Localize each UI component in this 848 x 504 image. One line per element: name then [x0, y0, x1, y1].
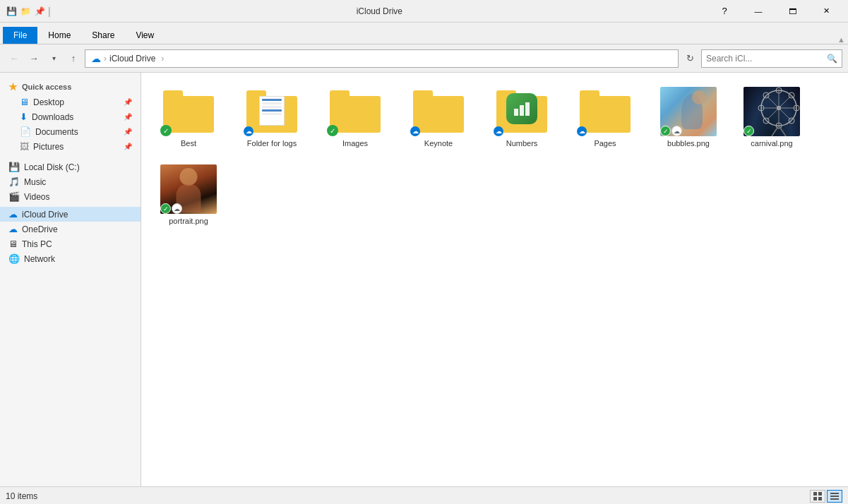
file-item-keynote[interactable]: ☁ Keynote — [400, 81, 477, 153]
file-item-best[interactable]: ✓ Best — [150, 81, 227, 153]
sidebar-item-onedrive[interactable]: ☁ OneDrive — [0, 222, 141, 236]
status-badge-keynote: ☁ — [410, 126, 420, 136]
file-thumb-pages: ☁ — [577, 87, 633, 136]
file-item-images[interactable]: ✓ Images — [316, 81, 394, 153]
content-area: ✓ Best — [141, 73, 848, 486]
list-view-icon — [830, 492, 839, 500]
sidebar-item-label: OneDrive — [22, 224, 58, 234]
file-label-carnival: carnival.png — [751, 139, 792, 148]
pin-icon-downloads: 📌 — [124, 113, 132, 121]
folder-icon-title[interactable]: 📁 — [20, 6, 31, 17]
ribbon: File Home Share View ▲ — [0, 23, 848, 44]
sidebar-section-quick-access: ★ Quick access — [0, 76, 141, 95]
pictures-icon: 🖼 — [20, 141, 29, 152]
search-input[interactable] — [706, 54, 824, 64]
file-label-numbers: Numbers — [506, 139, 538, 148]
file-item-bubbles[interactable]: ✓ ☁ bubbles.png — [650, 81, 727, 153]
documents-icon: 📄 — [20, 126, 31, 137]
help-button[interactable]: ? — [708, 0, 741, 23]
folder-icon-best — [163, 90, 214, 133]
save-icon[interactable]: 💾 — [6, 6, 17, 17]
local-disk-icon: 💾 — [8, 162, 20, 172]
file-thumb-bubbles: ✓ ☁ — [660, 87, 717, 136]
search-icon: 🔍 — [827, 54, 837, 64]
file-label-best: Best — [181, 139, 196, 148]
quick-access-star-icon: ★ — [8, 81, 18, 92]
tab-file[interactable]: File — [3, 27, 37, 44]
pin-icon[interactable]: 📌 — [34, 6, 45, 17]
file-thumb-portrait: ✓ ☁ — [160, 164, 217, 214]
svg-rect-0 — [514, 109, 518, 116]
view-buttons — [810, 490, 842, 503]
sidebar-item-videos[interactable]: 🎬 Videos — [0, 189, 141, 204]
path-separator: › — [104, 54, 107, 64]
status-badge-folder-logs: ☁ — [244, 126, 253, 136]
status-badge-best: ✓ — [160, 125, 172, 136]
svg-rect-19 — [813, 492, 817, 496]
address-path[interactable]: ☁ › Best iCloud Drive › — [85, 49, 679, 68]
svg-rect-2 — [525, 102, 530, 116]
title-bar: 💾 📁 📌 | iCloud Drive ? — 🗖 ✕ — [0, 0, 848, 23]
music-icon: 🎵 — [8, 176, 20, 187]
maximize-button[interactable]: 🗖 — [776, 0, 808, 23]
sidebar-item-label: Local Disk (C:) — [24, 162, 80, 172]
up-button[interactable]: ↑ — [65, 50, 82, 67]
sidebar-item-pictures[interactable]: 🖼 Pictures 📌 — [0, 139, 141, 154]
back-button[interactable]: ← — [6, 50, 23, 67]
status-bar: 10 items — [0, 486, 848, 504]
sidebar-item-this-pc[interactable]: 🖥 This PC — [0, 236, 141, 251]
sidebar-item-label: iCloud Drive — [22, 210, 68, 220]
file-item-numbers[interactable]: ☁ Numbers — [483, 81, 561, 153]
file-label-bubbles: bubbles.png — [667, 139, 710, 148]
file-label-folder-for-logs: Folder for logs — [247, 139, 297, 148]
file-item-folder-for-logs[interactable]: ☁ Folder for logs — [233, 81, 311, 153]
tab-share[interactable]: Share — [81, 27, 125, 44]
sidebar-item-label: Music — [24, 177, 46, 187]
sidebar-item-icloud-drive[interactable]: ☁ iCloud Drive — [0, 207, 141, 222]
search-box[interactable]: 🔍 — [701, 49, 842, 68]
tab-view[interactable]: View — [125, 27, 165, 44]
refresh-button[interactable]: ↻ — [681, 50, 698, 67]
sidebar-item-downloads[interactable]: ⬇ Downloads 📌 — [0, 109, 141, 124]
pin-icon-documents: 📌 — [124, 128, 132, 136]
sidebar-item-label: Videos — [24, 192, 49, 202]
tab-home[interactable]: Home — [37, 27, 81, 44]
sidebar-item-desktop[interactable]: 🖥 Desktop 📌 — [0, 95, 141, 109]
window-title: iCloud Drive — [51, 6, 708, 16]
icloud-path-icon: ☁ — [91, 53, 101, 64]
item-count: 10 items — [6, 491, 37, 501]
sidebar-item-documents[interactable]: 📄 Documents 📌 — [0, 124, 141, 139]
quick-access-label: Quick access — [22, 83, 71, 91]
pin-icon-desktop: 📌 — [124, 98, 132, 106]
file-grid: ✓ Best — [150, 81, 840, 231]
sidebar-item-label: Desktop — [33, 97, 64, 107]
view-btn-grid[interactable] — [810, 490, 825, 503]
view-btn-list[interactable] — [827, 490, 842, 503]
sidebar-item-music[interactable]: 🎵 Music — [0, 174, 141, 189]
grid-view-icon — [813, 492, 822, 500]
minimize-button[interactable]: — — [742, 0, 775, 23]
path-label: iCloud Drive — [109, 54, 155, 64]
file-thumb-carnival: ✓ — [744, 87, 800, 136]
this-pc-icon: 🖥 — [8, 239, 18, 249]
status-badge-bubbles: ✓ ☁ — [660, 126, 682, 136]
sidebar-item-network[interactable]: 🌐 Network — [0, 251, 141, 266]
svg-rect-21 — [813, 497, 817, 500]
status-badge-portrait: ✓ ☁ — [160, 203, 182, 214]
svg-rect-1 — [520, 105, 524, 116]
sidebar-item-label: This PC — [22, 239, 52, 249]
file-thumb-images: ✓ — [327, 87, 383, 136]
file-item-carnival[interactable]: ✓ carnival.png — [733, 81, 811, 153]
close-button[interactable]: ✕ — [810, 0, 842, 23]
desktop-icon: 🖥 — [20, 97, 29, 107]
file-item-pages[interactable]: ☁ Pages — [566, 81, 644, 153]
file-item-portrait[interactable]: ✓ ☁ portrait.png — [150, 159, 227, 231]
forward-button[interactable]: → — [25, 50, 42, 67]
main-layout: ★ Quick access 🖥 Desktop 📌 ⬇ Downloads 📌… — [0, 73, 848, 486]
recent-button[interactable]: ▾ — [45, 50, 62, 67]
file-label-portrait: portrait.png — [169, 217, 208, 225]
sidebar-item-label: Downloads — [32, 112, 73, 122]
file-label-pages: Pages — [594, 139, 616, 148]
sidebar-item-local-disk[interactable]: 💾 Local Disk (C:) — [0, 160, 141, 174]
sidebar: ★ Quick access 🖥 Desktop 📌 ⬇ Downloads 📌… — [0, 73, 141, 486]
